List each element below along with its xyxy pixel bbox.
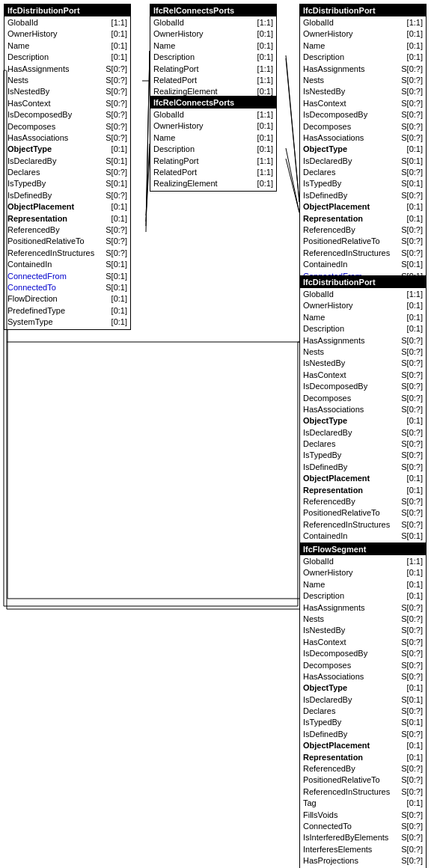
prop-name: HasProjections — [303, 855, 358, 867]
table-row: Name[0:1] — [300, 579, 426, 590]
prop-name: ReferencedInStructures — [303, 786, 390, 798]
prop-name: IsDeclaredBy — [303, 156, 352, 167]
prop-name: IsDefinedBy — [303, 729, 347, 740]
prop-cardinality: S[0:1] — [106, 259, 127, 270]
prop-name: Nests — [303, 614, 324, 625]
table-row: DecomposesS[0:?] — [300, 393, 426, 404]
prop-name: InterferesElements — [303, 844, 372, 855]
prop-name: Representation — [7, 213, 67, 224]
table-row: IsDefinedByS[0:?] — [300, 190, 426, 201]
prop-cardinality: [0:1] — [111, 213, 127, 224]
prop-cardinality: S[0:?] — [401, 167, 423, 178]
prop-name: IsDecomposedBy — [303, 648, 367, 659]
table-row: Description[0:1] — [150, 144, 276, 155]
prop-name: HasContext — [303, 370, 346, 381]
uml-box-box3: IfcRelConnectsPortsGlobalId[1:1]OwnerHis… — [150, 96, 277, 192]
prop-cardinality: [0:1] — [407, 201, 423, 213]
prop-name: IsTypedBy — [303, 450, 341, 461]
table-row: IsDecomposedByS[0:?] — [4, 109, 130, 120]
prop-name: ObjectPlacement — [303, 473, 370, 484]
prop-cardinality: S[0:?] — [401, 614, 423, 625]
prop-cardinality: S[0:?] — [401, 729, 423, 740]
prop-name: PositionedRelativeTo — [303, 774, 380, 786]
prop-cardinality: S[0:?] — [401, 763, 423, 774]
prop-cardinality: S[0:?] — [401, 462, 423, 473]
prop-name: Description — [153, 52, 195, 63]
prop-cardinality: S[0:?] — [106, 98, 127, 109]
prop-cardinality: S[0:?] — [401, 625, 423, 636]
prop-cardinality: [0:1] — [407, 590, 423, 602]
table-row: PositionedRelativeToS[0:?] — [4, 236, 130, 247]
table-row: Description[0:1] — [300, 52, 426, 63]
prop-name: OwnerHistory — [153, 120, 204, 132]
prop-cardinality: [0:1] — [111, 52, 127, 63]
prop-name: OwnerHistory — [303, 567, 353, 578]
prop-cardinality: S[0:?] — [106, 132, 127, 144]
prop-name: HasAssociations — [303, 671, 364, 682]
prop-cardinality: S[0:?] — [106, 248, 127, 259]
table-row: Description[0:1] — [4, 52, 130, 63]
prop-name: IsNestedBy — [303, 358, 345, 369]
table-row: DeclaresS[0:?] — [300, 167, 426, 178]
prop-cardinality: S[0:?] — [401, 774, 423, 786]
table-row: DeclaresS[0:?] — [300, 438, 426, 450]
prop-cardinality: S[0:?] — [401, 706, 423, 717]
prop-cardinality: [0:1] — [407, 213, 423, 224]
prop-name: RelatingPort — [153, 156, 199, 167]
uml-box-box1: IfcDistributionPortGlobalId[1:1]OwnerHis… — [4, 4, 131, 330]
prop-cardinality: S[0:?] — [401, 832, 423, 843]
prop-name: IsDeclaredBy — [303, 427, 352, 438]
table-row: IsDecomposedByS[0:?] — [300, 109, 426, 120]
prop-cardinality: [0:1] — [407, 40, 423, 52]
svg-line-2 — [286, 55, 299, 202]
prop-cardinality: [1:1] — [257, 109, 273, 120]
prop-cardinality: S[0:?] — [106, 64, 127, 75]
table-row: ObjectPlacement[0:1] — [300, 740, 426, 751]
prop-cardinality: [1:1] — [407, 17, 423, 28]
prop-cardinality: S[0:1] — [106, 178, 127, 189]
prop-name: ReferencedInStructures — [7, 248, 94, 259]
prop-cardinality: S[0:?] — [401, 507, 423, 519]
prop-name: GlobalId — [303, 17, 334, 28]
prop-cardinality: [0:1] — [111, 293, 127, 305]
prop-name: HasAssociations — [303, 132, 364, 144]
prop-name: Representation — [303, 485, 363, 496]
prop-cardinality: S[0:?] — [401, 98, 423, 109]
prop-cardinality: S[0:?] — [106, 109, 127, 120]
prop-name: Name — [153, 40, 175, 52]
table-row: ReferencedByS[0:?] — [300, 763, 426, 774]
uml-box-body-box2: GlobalId[1:1]OwnerHistory[0:1]Name[0:1]D… — [150, 16, 276, 99]
prop-cardinality: [0:1] — [257, 120, 273, 132]
prop-name: Description — [303, 590, 344, 602]
table-row: PositionedRelativeToS[0:?] — [300, 236, 426, 247]
prop-name: RelatingPort — [153, 64, 199, 75]
prop-name: PositionedRelativeTo — [303, 507, 380, 519]
prop-cardinality: S[0:1] — [401, 694, 423, 706]
prop-cardinality: [0:1] — [407, 579, 423, 590]
table-row: InterferesElementsS[0:?] — [300, 844, 426, 855]
table-row: NestsS[0:?] — [300, 75, 426, 86]
prop-cardinality: S[0:?] — [401, 602, 423, 614]
prop-cardinality: S[0:?] — [401, 224, 423, 236]
table-row: HasAssignmentsS[0:?] — [300, 64, 426, 75]
prop-name: ObjectType — [303, 144, 347, 155]
prop-name: ReferencedBy — [7, 224, 60, 236]
prop-cardinality: S[0:1] — [106, 282, 127, 293]
prop-cardinality: [1:1] — [257, 17, 273, 28]
table-row: NestsS[0:?] — [4, 75, 130, 86]
prop-cardinality: S[0:1] — [401, 531, 423, 542]
prop-name: Name — [303, 312, 325, 323]
prop-cardinality: S[0:?] — [401, 393, 423, 404]
table-row: HasContextS[0:?] — [300, 370, 426, 381]
prop-name: GlobalId — [303, 289, 334, 300]
table-row: HasAssociationsS[0:?] — [300, 404, 426, 415]
table-row: Representation[0:1] — [4, 213, 130, 224]
table-row: Name[0:1] — [150, 132, 276, 144]
table-row: GlobalId[1:1] — [300, 17, 426, 28]
prop-name: HasContext — [7, 98, 50, 109]
prop-cardinality: [1:1] — [111, 17, 127, 28]
table-row: ObjectType[0:1] — [300, 682, 426, 694]
table-row: HasAssociationsS[0:?] — [4, 132, 130, 144]
uml-box-box6: IfcFlowSegmentGlobalId[1:1]OwnerHistory[… — [299, 542, 427, 868]
prop-cardinality: [0:1] — [257, 132, 273, 144]
